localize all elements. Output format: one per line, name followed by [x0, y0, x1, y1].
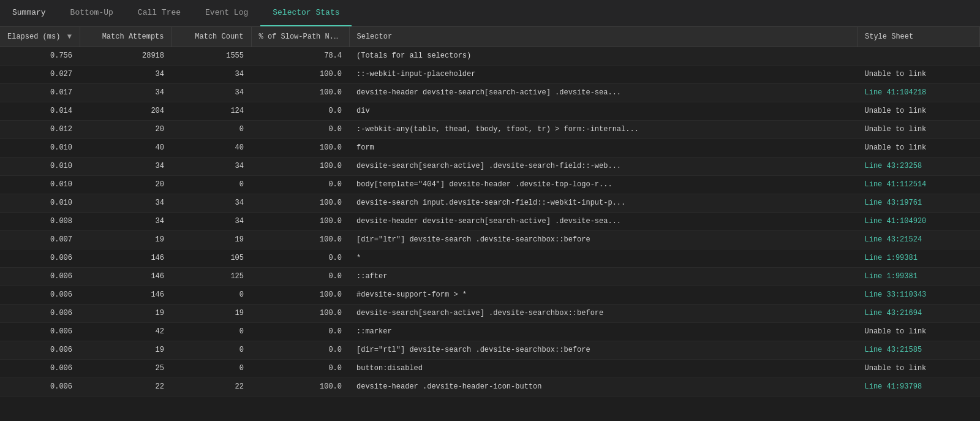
table-row[interactable]: 0.0142041240.0divUnable to link	[0, 102, 980, 120]
cell-match-count: 105	[172, 249, 251, 267]
col-stylesheet-header[interactable]: Style Sheet	[858, 27, 980, 47]
table-row[interactable]: 0.0061461250.0::afterLine 1:99381	[0, 267, 980, 286]
cell-match-count: 0	[172, 341, 251, 359]
col-elapsed-label: Elapsed (ms)	[7, 32, 60, 41]
table-row[interactable]: 0.0103434100.0devsite-search input.devsi…	[0, 194, 980, 212]
table-row[interactable]: 0.0103434100.0devsite-search[search-acti…	[0, 157, 980, 175]
cell-selector: devsite-search[search-active] .devsite-s…	[349, 304, 858, 322]
tab-selector-stats[interactable]: Selector Stats	[260, 0, 352, 26]
table-row[interactable]: 0.0062500.0button:disabledUnable to link	[0, 359, 980, 377]
cell-stylesheet[interactable]: Line 43:19761	[858, 194, 980, 212]
col-match-attempts-header[interactable]: Match Attempts	[80, 27, 172, 47]
stylesheet-link[interactable]: Line 43:21585	[865, 346, 922, 354]
cell-elapsed: 0.006	[0, 359, 80, 377]
col-selector-header[interactable]: Selector	[349, 27, 858, 47]
table-row[interactable]: 0.0061900.0[dir="rtl"] devsite-search .d…	[0, 341, 980, 359]
cell-slow-path: 100.0	[251, 138, 349, 157]
table-row[interactable]: 0.0104040100.0formUnable to link	[0, 138, 980, 157]
col-slow-path-header[interactable]: % of Slow-Path N...	[251, 27, 349, 47]
cell-match-attempts: 22	[80, 377, 172, 396]
cell-stylesheet[interactable]: Line 33:110343	[858, 286, 980, 304]
cell-match-count: 0	[172, 322, 251, 341]
table-header-row: Elapsed (ms) ▼ Match Attempts Match Coun…	[0, 27, 980, 47]
stylesheet-link[interactable]: Line 1:99381	[865, 254, 918, 262]
cell-match-count: 34	[172, 83, 251, 102]
col-selector-label: Selector	[357, 32, 393, 41]
cell-stylesheet[interactable]: Line 41:112514	[858, 175, 980, 194]
tab-selector-stats-label: Selector Stats	[273, 8, 339, 17]
tab-bottom-up[interactable]: Bottom-Up	[58, 0, 126, 26]
cell-slow-path: 0.0	[251, 341, 349, 359]
table-row[interactable]: 0.0061460100.0#devsite-support-form > *L…	[0, 286, 980, 304]
cell-slow-path: 0.0	[251, 249, 349, 267]
stylesheet-link[interactable]: Line 43:19761	[865, 199, 922, 207]
cell-elapsed: 0.010	[0, 138, 80, 157]
cell-match-count: 34	[172, 194, 251, 212]
sort-desc-icon: ▼	[67, 32, 72, 41]
cell-match-attempts: 20	[80, 175, 172, 194]
table-row[interactable]: 0.0064200.0::markerUnable to link	[0, 322, 980, 341]
stylesheet-link[interactable]: Line 43:21694	[865, 309, 922, 317]
cell-match-attempts: 42	[80, 322, 172, 341]
cell-selector: ::after	[349, 267, 858, 286]
cell-stylesheet[interactable]: Line 43:23258	[858, 157, 980, 175]
cell-match-attempts: 34	[80, 157, 172, 175]
stylesheet-link[interactable]: Line 43:21524	[865, 235, 922, 244]
table-row[interactable]: 0.0273434100.0::-webkit-input-placeholde…	[0, 65, 980, 83]
cell-match-attempts: 34	[80, 212, 172, 230]
cell-selector: *	[349, 249, 858, 267]
stylesheet-link[interactable]: Line 1:99381	[865, 272, 918, 281]
tab-call-tree-label: Call Tree	[138, 8, 181, 17]
stylesheet-link[interactable]: Line 41:112514	[865, 180, 927, 189]
cell-match-attempts: 28918	[80, 47, 172, 65]
tab-call-tree[interactable]: Call Tree	[126, 0, 193, 26]
cell-match-attempts: 19	[80, 230, 172, 249]
col-elapsed-header[interactable]: Elapsed (ms) ▼	[0, 27, 80, 47]
cell-elapsed: 0.756	[0, 47, 80, 65]
stylesheet-link[interactable]: Line 33:110343	[865, 290, 927, 299]
cell-elapsed: 0.006	[0, 304, 80, 322]
table-row[interactable]: 0.0102000.0body[template="404"] devsite-…	[0, 175, 980, 194]
cell-stylesheet[interactable]: Line 43:21524	[858, 230, 980, 249]
cell-elapsed: 0.006	[0, 377, 80, 396]
cell-slow-path: 0.0	[251, 359, 349, 377]
stylesheet-link[interactable]: Line 43:23258	[865, 162, 922, 170]
cell-stylesheet[interactable]: Line 43:21585	[858, 341, 980, 359]
col-match-count-header[interactable]: Match Count	[172, 27, 251, 47]
stylesheet-link[interactable]: Line 41:104920	[865, 217, 927, 226]
cell-stylesheet: Unable to link	[858, 102, 980, 120]
table-row[interactable]: 0.0061461050.0*Line 1:99381	[0, 249, 980, 267]
cell-stylesheet[interactable]: Line 41:104920	[858, 212, 980, 230]
cell-stylesheet[interactable]: Line 1:99381	[858, 267, 980, 286]
table-row[interactable]: 0.0122000.0:-webkit-any(table, thead, tb…	[0, 120, 980, 138]
cell-elapsed: 0.006	[0, 341, 80, 359]
cell-stylesheet[interactable]: Line 43:21694	[858, 304, 980, 322]
cell-stylesheet[interactable]: Line 41:93798	[858, 377, 980, 396]
cell-stylesheet[interactable]: Line 1:99381	[858, 249, 980, 267]
cell-match-count: 124	[172, 102, 251, 120]
cell-stylesheet: Unable to link	[858, 359, 980, 377]
cell-slow-path: 0.0	[251, 120, 349, 138]
table-row[interactable]: 0.0083434100.0devsite-header devsite-sea…	[0, 212, 980, 230]
cell-stylesheet[interactable]: Line 41:104218	[858, 83, 980, 102]
cell-match-attempts: 146	[80, 267, 172, 286]
cell-selector: [dir="ltr"] devsite-search .devsite-sear…	[349, 230, 858, 249]
table-row[interactable]: 0.0173434100.0devsite-header devsite-sea…	[0, 83, 980, 102]
cell-elapsed: 0.008	[0, 212, 80, 230]
cell-selector: ::-webkit-input-placeholder	[349, 65, 858, 83]
tab-summary[interactable]: Summary	[0, 0, 58, 26]
table-row[interactable]: 0.0062222100.0devsite-header .devsite-he…	[0, 377, 980, 396]
cell-selector: #devsite-support-form > *	[349, 286, 858, 304]
cell-elapsed: 0.006	[0, 286, 80, 304]
stylesheet-link[interactable]: Line 41:104218	[865, 88, 927, 97]
cell-slow-path: 78.4	[251, 47, 349, 65]
table-container: Elapsed (ms) ▼ Match Attempts Match Coun…	[0, 27, 980, 396]
cell-match-attempts: 19	[80, 304, 172, 322]
stylesheet-link[interactable]: Line 41:93798	[865, 382, 922, 391]
cell-elapsed: 0.010	[0, 194, 80, 212]
tab-event-log[interactable]: Event Log	[193, 0, 260, 26]
table-row[interactable]: 0.75628918155578.4(Totals for all select…	[0, 47, 980, 65]
table-row[interactable]: 0.0071919100.0[dir="ltr"] devsite-search…	[0, 230, 980, 249]
cell-match-count: 0	[172, 286, 251, 304]
table-row[interactable]: 0.0061919100.0devsite-search[search-acti…	[0, 304, 980, 322]
